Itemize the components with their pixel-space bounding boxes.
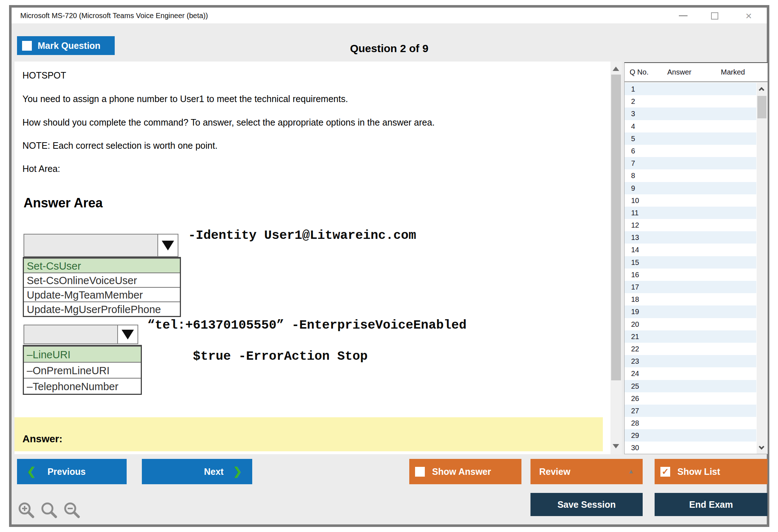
minimize-icon xyxy=(679,15,688,16)
scroll-up-icon[interactable] xyxy=(613,67,619,71)
question-list-row[interactable]: 7 xyxy=(625,157,756,169)
dropdown1-option[interactable]: Update-MgTeamMember xyxy=(24,287,180,301)
question-list-row[interactable]: 28 xyxy=(625,417,756,429)
question-number: 13 xyxy=(631,233,639,241)
answer-bar: Answer: xyxy=(14,417,603,451)
question-number: 4 xyxy=(631,122,635,130)
question-list-row[interactable]: 3 xyxy=(625,107,756,120)
question-list-row[interactable]: 16 xyxy=(625,269,756,281)
scroll-down-icon[interactable] xyxy=(613,444,619,448)
scroll-up-icon[interactable] xyxy=(759,87,765,93)
question-list-row[interactable]: 15 xyxy=(625,256,756,269)
chevron-right-icon: ❯ xyxy=(233,466,242,477)
question-number: 12 xyxy=(631,221,639,229)
dropdown1-closed-box[interactable] xyxy=(24,234,178,257)
end-exam-button[interactable]: End Exam xyxy=(655,493,768,516)
question-list-row[interactable]: 18 xyxy=(625,293,756,305)
question-list-row[interactable]: 1 xyxy=(625,83,756,95)
dropdown1-option[interactable]: Set-CsOnlineVoiceUser xyxy=(24,273,180,287)
question-list-row[interactable]: 22 xyxy=(625,343,756,355)
question-list-row[interactable]: 14 xyxy=(625,244,756,256)
question-list-row[interactable]: 11 xyxy=(625,207,756,219)
minimize-button[interactable] xyxy=(676,8,690,24)
question-list-row[interactable]: 2 xyxy=(625,95,756,107)
question-list-row[interactable]: 8 xyxy=(625,169,756,182)
zoom-in-icon[interactable] xyxy=(17,501,37,520)
question-paragraph-1: You need to assign a phone number to Use… xyxy=(22,94,348,104)
question-number: 14 xyxy=(631,246,639,254)
question-number: 20 xyxy=(631,320,639,328)
dropdown2-value[interactable] xyxy=(24,325,117,343)
column-header-marked: Marked xyxy=(721,68,745,76)
main-scrollbar[interactable] xyxy=(610,62,622,454)
question-panel: HOTSPOT You need to assign a phone numbe… xyxy=(14,62,611,454)
show-answer-button[interactable]: Show Answer xyxy=(409,459,521,484)
dropdown2-option[interactable]: –LineURI xyxy=(24,346,141,362)
question-list-row[interactable]: 27 xyxy=(625,405,756,417)
question-list-row[interactable]: 29 xyxy=(625,429,756,442)
question-list-row[interactable]: 13 xyxy=(625,231,756,244)
triangle-up-icon: ▲ xyxy=(628,468,634,475)
maximize-button[interactable] xyxy=(707,8,722,24)
list-scrollbar-thumb[interactable] xyxy=(757,96,766,118)
zoom-out-icon[interactable] xyxy=(63,501,82,520)
question-number: 10 xyxy=(631,197,639,204)
question-number: 21 xyxy=(631,333,639,341)
main-scrollbar-thumb[interactable] xyxy=(611,75,621,380)
dropdown2-arrow-button[interactable] xyxy=(117,325,138,343)
question-list-row[interactable]: 5 xyxy=(625,132,756,145)
question-list-row[interactable]: 17 xyxy=(625,281,756,293)
question-number: 30 xyxy=(631,444,639,452)
question-paragraph-3: NOTE: Each correct selection is worth on… xyxy=(22,140,217,151)
question-list-row[interactable]: 6 xyxy=(625,145,756,157)
question-number: 24 xyxy=(631,370,639,377)
magnifier-icon[interactable] xyxy=(40,501,59,520)
scroll-down-icon[interactable] xyxy=(759,444,765,450)
question-list-scrollbar[interactable] xyxy=(757,83,767,454)
question-list-row[interactable]: 4 xyxy=(625,120,756,132)
question-list-row[interactable]: 21 xyxy=(625,330,756,343)
zoom-tools xyxy=(17,501,82,520)
question-number: 28 xyxy=(631,419,639,427)
question-number: 27 xyxy=(631,407,639,415)
dropdown2-options-list: –LineURI–OnPremLineURI–TelephoneNumber xyxy=(23,345,142,395)
close-icon: × xyxy=(745,10,752,21)
dropdown1-option[interactable]: Update-MgUserProfilePhone xyxy=(24,301,180,316)
dropdown1-arrow-button[interactable] xyxy=(157,235,178,256)
question-list-row[interactable]: 24 xyxy=(625,367,756,380)
dropdown2-closed-box[interactable] xyxy=(24,325,138,344)
question-number: 22 xyxy=(631,345,639,353)
show-list-button[interactable]: ✓ Show List xyxy=(655,459,768,484)
header-band: Mark Question Question 2 of 9 xyxy=(12,24,767,62)
dropdown-arrow-icon xyxy=(162,241,174,250)
review-button[interactable]: Review ▲ xyxy=(530,459,643,484)
show-answer-checkbox[interactable] xyxy=(415,467,425,477)
question-number: 29 xyxy=(631,431,639,439)
question-number: 23 xyxy=(631,357,639,365)
dropdown1-value[interactable] xyxy=(24,235,157,256)
dropdown2-option[interactable]: –TelephoneNumber xyxy=(24,378,141,394)
close-button[interactable]: × xyxy=(741,8,756,24)
command-text-2-line2: $true -ErrorAction Stop xyxy=(193,349,368,364)
save-session-button[interactable]: Save Session xyxy=(530,493,643,516)
previous-button[interactable]: ❮ Previous xyxy=(17,459,127,484)
question-list-row[interactable]: 12 xyxy=(625,219,756,231)
question-list-row[interactable]: 9 xyxy=(625,182,756,194)
question-number: 6 xyxy=(631,147,635,155)
question-list-row[interactable]: 10 xyxy=(625,194,756,207)
dropdown2-option[interactable]: –OnPremLineURI xyxy=(24,362,141,378)
question-list-row[interactable]: 25 xyxy=(625,380,756,392)
question-number: 18 xyxy=(631,295,639,303)
question-list-row[interactable]: 30 xyxy=(625,442,756,454)
question-list-row[interactable]: 19 xyxy=(625,305,756,318)
app-window: Microsoft MS-720 (Microsoft Teams Voice … xyxy=(9,5,769,527)
question-list-row[interactable]: 26 xyxy=(625,392,756,405)
show-list-checkbox[interactable]: ✓ xyxy=(660,467,670,477)
next-button[interactable]: Next ❯ xyxy=(142,459,252,484)
dropdown-arrow-icon xyxy=(122,330,134,339)
dropdown1-option[interactable]: Set-CsUser xyxy=(24,258,180,273)
question-list-row[interactable]: 23 xyxy=(625,355,756,367)
question-number: 5 xyxy=(631,135,635,143)
question-list-row[interactable]: 20 xyxy=(625,318,756,330)
question-kind: HOTSPOT xyxy=(22,70,66,81)
